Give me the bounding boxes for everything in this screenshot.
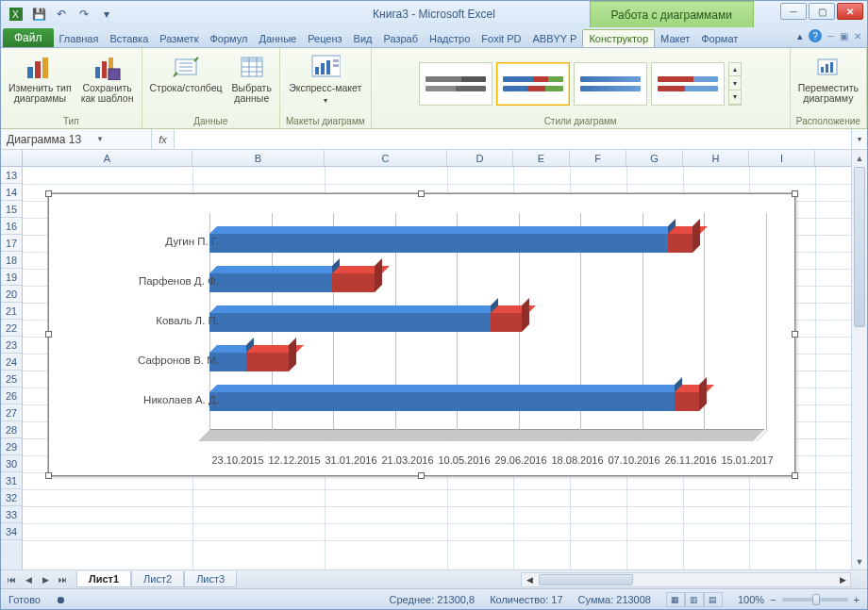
chart-plot-area[interactable] (209, 213, 776, 441)
column-header[interactable]: A (23, 150, 192, 166)
embedded-chart[interactable]: 23.10.201512.12.201531.01.201621.03.2016… (48, 193, 795, 476)
last-sheet-icon[interactable]: ⏭ (54, 572, 71, 587)
column-header[interactable]: G (626, 150, 683, 166)
save-icon[interactable]: 💾 (29, 5, 48, 24)
row-header[interactable]: 26 (1, 387, 22, 404)
horizontal-scrollbar[interactable]: ◀ ▶ (521, 572, 851, 587)
doc-restore-icon[interactable]: ▣ (840, 31, 848, 41)
style-thumb-1[interactable] (419, 62, 492, 106)
fx-button[interactable]: fx (152, 129, 175, 149)
page-break-view-icon[interactable]: ▤ (704, 592, 723, 607)
row-header[interactable]: 19 (1, 269, 22, 286)
column-header[interactable]: C (325, 150, 447, 166)
row-header[interactable]: 24 (1, 354, 22, 371)
sheet-tab[interactable]: Лист1 (76, 571, 131, 587)
select-data-button[interactable]: Выбрать данные (230, 51, 274, 106)
style-thumb-2[interactable] (496, 62, 570, 106)
tab-формат[interactable]: Формат (695, 30, 743, 47)
maximize-button[interactable]: ▢ (809, 3, 835, 20)
row-header[interactable]: 15 (1, 201, 22, 218)
column-header[interactable]: D (447, 150, 513, 166)
macro-record-icon[interactable]: ⏺ (56, 594, 66, 605)
worksheet-grid[interactable]: ABCDEFGHI 131415161718192021222324252627… (1, 150, 867, 569)
scrollbar-thumb[interactable] (539, 574, 633, 585)
tab-макет[interactable]: Макет (655, 30, 695, 47)
scroll-right-icon[interactable]: ▶ (835, 575, 850, 585)
first-sheet-icon[interactable]: ⏮ (3, 572, 20, 587)
style-thumb-4[interactable] (651, 62, 725, 106)
row-header[interactable]: 30 (1, 455, 22, 472)
prev-sheet-icon[interactable]: ◀ (20, 572, 37, 587)
bar-row[interactable] (209, 313, 766, 332)
quick-layout-button[interactable]: Экспресс-макет ▾ (287, 51, 363, 107)
save-as-template-button[interactable]: Сохранить как шаблон (79, 51, 136, 106)
bar-row[interactable] (209, 392, 766, 411)
tab-данные[interactable]: Данные (253, 30, 302, 47)
zoom-in-icon[interactable]: + (854, 594, 860, 605)
bar-row[interactable] (209, 273, 766, 292)
next-sheet-icon[interactable]: ▶ (37, 572, 54, 587)
row-header[interactable]: 34 (1, 523, 22, 540)
formula-expand-icon[interactable]: ▾ (851, 129, 867, 149)
minimize-button[interactable]: ─ (780, 3, 807, 20)
column-header[interactable]: F (570, 150, 626, 166)
tab-foxit pd[interactable]: Foxit PD (476, 30, 526, 47)
tab-abbyy p[interactable]: ABBYY P (526, 30, 582, 47)
sheet-tab[interactable]: Лист3 (184, 571, 237, 587)
bar-row[interactable] (209, 234, 766, 253)
sheet-nav-buttons[interactable]: ⏮ ◀ ▶ ⏭ (1, 572, 73, 587)
formula-input[interactable] (175, 129, 851, 149)
change-chart-type-button[interactable]: Изменить тип диаграммы (7, 51, 74, 106)
tab-вставка[interactable]: Вставка (104, 30, 154, 47)
row-header[interactable]: 32 (1, 489, 22, 506)
row-header[interactable]: 31 (1, 472, 22, 489)
normal-view-icon[interactable]: ▦ (666, 592, 685, 607)
row-header[interactable]: 16 (1, 218, 22, 235)
tab-конструктор[interactable]: Конструктор (582, 29, 655, 47)
chart-styles-gallery[interactable]: ▴▾▾ (419, 51, 742, 116)
row-header[interactable]: 17 (1, 235, 22, 252)
zoom-slider[interactable] (782, 598, 848, 602)
row-header[interactable]: 20 (1, 286, 22, 303)
row-header[interactable]: 13 (1, 167, 22, 184)
qat-dropdown-icon[interactable]: ▾ (97, 5, 116, 24)
resize-handle[interactable] (45, 331, 52, 338)
zoom-control[interactable]: 100% − + (738, 594, 860, 605)
column-header[interactable]: H (683, 150, 749, 166)
redo-icon[interactable]: ↷ (75, 5, 93, 24)
chevron-down-icon[interactable]: ▼ (96, 135, 104, 143)
resize-handle[interactable] (792, 331, 798, 338)
row-headers[interactable]: 1314151617181920212223242526272829303132… (1, 167, 23, 569)
tab-разметк[interactable]: Разметк (154, 30, 204, 47)
row-header[interactable]: 29 (1, 438, 22, 455)
switch-row-column-button[interactable]: Строка/столбец (148, 51, 225, 95)
row-header[interactable]: 33 (1, 506, 22, 523)
doc-minimize-icon[interactable]: ─ (827, 31, 834, 41)
sheet-tab[interactable]: Лист2 (131, 571, 184, 587)
resize-handle[interactable] (45, 190, 52, 197)
tab-главная[interactable]: Главная (54, 30, 105, 47)
scroll-up-icon[interactable]: ▲ (852, 150, 867, 166)
row-header[interactable]: 28 (1, 421, 22, 438)
row-header[interactable]: 14 (1, 184, 22, 201)
zoom-out-icon[interactable]: − (770, 594, 776, 605)
resize-handle[interactable] (792, 472, 798, 479)
minimize-ribbon-icon[interactable]: ▴ (797, 30, 803, 42)
column-header[interactable]: B (192, 150, 325, 166)
style-thumb-3[interactable] (574, 62, 647, 106)
undo-icon[interactable]: ↶ (52, 5, 71, 24)
bar-row[interactable] (209, 353, 766, 371)
scroll-left-icon[interactable]: ◀ (522, 575, 537, 585)
tab-вид[interactable]: Вид (348, 30, 378, 47)
tab-надстро[interactable]: Надстро (424, 30, 476, 47)
vertical-scrollbar[interactable]: ▲ ▼ (851, 150, 867, 569)
scrollbar-thumb[interactable] (854, 167, 865, 327)
resize-handle[interactable] (418, 472, 425, 479)
move-chart-button[interactable]: Переместить диаграмму (796, 51, 860, 106)
row-header[interactable]: 22 (1, 320, 22, 337)
row-header[interactable]: 27 (1, 404, 22, 421)
row-header[interactable]: 25 (1, 371, 22, 387)
scroll-down-icon[interactable]: ▼ (852, 553, 867, 569)
name-box[interactable]: Диаграмма 13 ▼ (1, 129, 152, 149)
row-header[interactable]: 23 (1, 337, 22, 354)
